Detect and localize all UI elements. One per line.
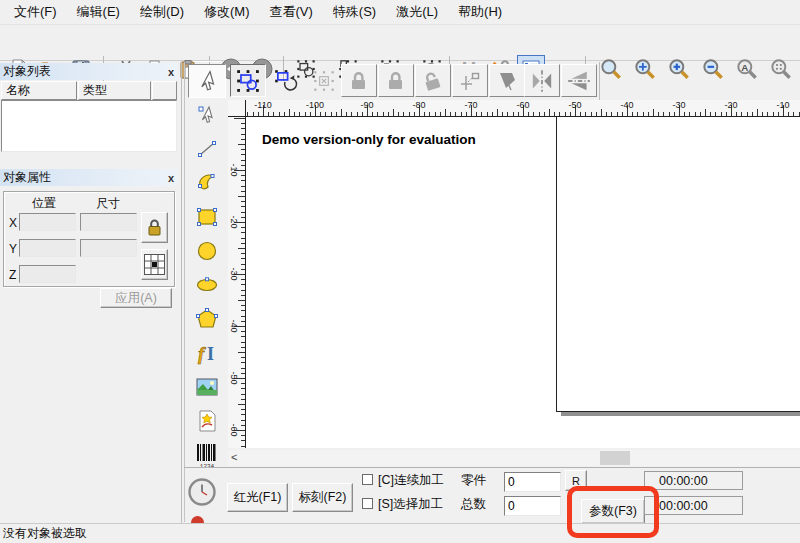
menu-item-draw[interactable]: 绘制(D): [130, 0, 194, 24]
workfield-shadow: [561, 412, 800, 416]
array-icon: [311, 68, 337, 94]
zoom-out-button[interactable]: [697, 55, 729, 83]
x-label: X: [9, 216, 19, 230]
reset-count-button[interactable]: R: [565, 470, 587, 491]
tool-node-edit[interactable]: [188, 98, 226, 132]
h-ruler-label: -50: [568, 100, 581, 110]
lock-button-2[interactable]: [378, 64, 414, 97]
object-list-header-row: 名称 类型: [1, 81, 177, 100]
status-bar: 没有对象被选取: [0, 523, 800, 543]
mark-button[interactable]: 标刻(F2): [292, 483, 353, 512]
lock-button-3[interactable]: [415, 64, 451, 97]
tool-circle[interactable]: [188, 234, 226, 268]
transform-size-button[interactable]: [230, 64, 266, 97]
h-ruler-label: -20: [724, 100, 737, 110]
h-scrollbar-thumb[interactable]: [600, 451, 630, 465]
tool-bitmap[interactable]: [188, 370, 226, 404]
part-count-input[interactable]: [504, 472, 561, 492]
total-count-input[interactable]: [504, 496, 561, 516]
scroll-left-arrow[interactable]: <: [231, 451, 237, 463]
close-icon[interactable]: x: [168, 172, 174, 184]
tool-polygon[interactable]: [188, 302, 226, 336]
mirror-horizontal-button[interactable]: [524, 64, 560, 97]
z-label: Z: [9, 268, 19, 282]
continuous-checkbox[interactable]: [362, 474, 373, 485]
object-list-box[interactable]: [1, 100, 177, 152]
object-list-title: 对象列表: [3, 63, 51, 80]
mirror-horizontal-icon: [529, 68, 555, 94]
magnifier-all-icon: A: [734, 56, 760, 82]
polygon-icon: [194, 306, 220, 332]
part-label: 零件: [461, 472, 486, 489]
select-marking-checkbox[interactable]: [362, 498, 373, 509]
close-icon[interactable]: x: [168, 66, 174, 78]
v-ruler-label: -30: [229, 267, 239, 280]
apply-button[interactable]: 应用(A): [100, 288, 172, 308]
zoom-all-button[interactable]: A: [731, 55, 763, 83]
h-ruler-label: -60: [516, 100, 529, 110]
object-list-panel-header: 对象列表 x: [0, 63, 178, 80]
fill-pen-button[interactable]: [489, 64, 525, 97]
circle-icon: [194, 238, 220, 264]
zoom-selection-button[interactable]: [765, 55, 797, 83]
h-ruler-label: -100: [306, 100, 324, 110]
barcode-icon: 1234: [194, 441, 220, 469]
clock-icon: [187, 477, 217, 507]
array-button[interactable]: [306, 64, 342, 97]
lock-button-1[interactable]: [341, 64, 377, 97]
h-ruler-label: -10: [776, 100, 789, 110]
h-ruler-label: -30: [672, 100, 685, 110]
h-ruler-label: -70: [464, 100, 477, 110]
red-light-button[interactable]: 红光(F1): [227, 483, 288, 512]
mirror-vertical-button[interactable]: [561, 64, 597, 97]
lock-icon: [347, 69, 371, 93]
svg-text:A: A: [741, 62, 748, 73]
h-scrollbar[interactable]: <: [228, 450, 800, 466]
param-button[interactable]: 参数(F3): [581, 499, 645, 524]
total-label: 总数: [461, 496, 486, 513]
tool-curve[interactable]: [188, 166, 226, 200]
column-header-blank[interactable]: [152, 81, 177, 100]
rectangle-icon: [194, 204, 220, 230]
h-ruler-label: -110: [254, 100, 271, 110]
canvas-viewport[interactable]: Demo version-only for evaluation: [246, 117, 800, 448]
select-marking-label: [S]选择加工: [378, 496, 443, 513]
tool-text[interactable]: f I: [188, 336, 226, 370]
anchor-point-button[interactable]: [141, 249, 168, 280]
ruler-corner: [228, 100, 246, 117]
panel-splitter[interactable]: [181, 62, 182, 523]
column-header-name[interactable]: 名称: [1, 81, 77, 100]
tool-vector-file[interactable]: [188, 404, 226, 438]
tool-line[interactable]: [188, 132, 226, 166]
menu-item-modify[interactable]: 修改(M): [194, 0, 260, 24]
tool-select[interactable]: [188, 64, 226, 98]
transform-rotate-button[interactable]: [268, 64, 304, 97]
menu-item-laser[interactable]: 激光(L): [386, 0, 448, 24]
origin-axes-icon: [458, 69, 482, 93]
tool-rectangle[interactable]: [188, 200, 226, 234]
menu-item-special[interactable]: 特殊(S): [323, 0, 386, 24]
line-icon: [195, 137, 219, 161]
menu-bar: 文件(F)编辑(E)绘制(D)修改(M)查看(V)特殊(S)激光(L)帮助(H): [0, 0, 800, 25]
menu-item-file[interactable]: 文件(F): [4, 0, 67, 24]
y-position-field[interactable]: [19, 239, 76, 257]
column-header-type[interactable]: 类型: [78, 81, 151, 100]
object-props-panel-header: 对象属性 x: [0, 169, 178, 186]
continuous-label: [C]连续加工: [378, 472, 444, 489]
menu-item-edit[interactable]: 编辑(E): [67, 0, 130, 24]
v-ruler-label: -50: [229, 371, 239, 384]
x-position-field[interactable]: [19, 213, 76, 231]
v-ruler-label: -20: [229, 215, 239, 228]
y-size-field[interactable]: [80, 239, 137, 257]
menu-item-view[interactable]: 查看(V): [260, 0, 323, 24]
tool-ellipse[interactable]: [188, 268, 226, 302]
workfield-left-border: [556, 117, 557, 411]
zoom-in-button[interactable]: [663, 55, 695, 83]
zoom-pan-button[interactable]: [629, 55, 661, 83]
aspect-lock-button[interactable]: [141, 212, 168, 243]
z-position-field[interactable]: [19, 265, 76, 283]
move-to-origin-button[interactable]: [452, 64, 488, 97]
transform-rotate-icon: [273, 68, 299, 94]
menu-item-help[interactable]: 帮助(H): [448, 0, 512, 24]
x-size-field[interactable]: [80, 213, 137, 231]
